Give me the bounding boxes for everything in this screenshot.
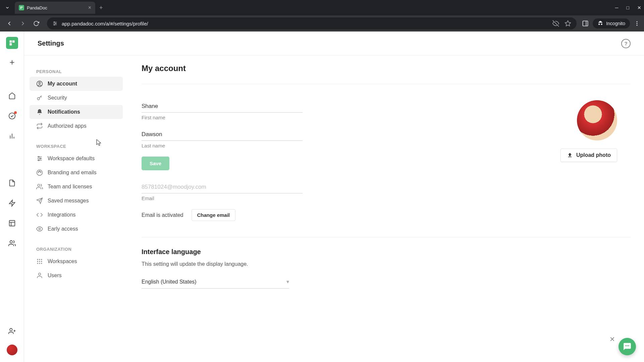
- upload-photo-button[interactable]: Upload photo: [560, 148, 617, 162]
- incognito-badge[interactable]: Incognito: [593, 18, 630, 28]
- bell-icon: [36, 109, 43, 115]
- chevron-down-icon: ▾: [286, 279, 289, 285]
- divider: [142, 237, 631, 237]
- user-circle-icon: [36, 80, 43, 87]
- browser-tab-strip: PandaDoc × + ─ □ ✕: [0, 0, 644, 15]
- url-bar[interactable]: app.pandadoc.com/a/#/settings/profile/: [47, 17, 577, 29]
- svg-point-13: [637, 21, 638, 22]
- sidebar-item-label: Workspaces: [48, 258, 77, 264]
- bookmark-star-icon[interactable]: [565, 20, 571, 27]
- sidebar-item-integrations[interactable]: Integrations: [30, 208, 123, 222]
- sidebar-item-branding[interactable]: Branding and emails: [30, 166, 123, 180]
- rail-reports-icon[interactable]: [5, 129, 19, 143]
- language-select[interactable]: English (United States) ▾: [142, 275, 289, 289]
- sidebar-item-label: Workspace defaults: [48, 156, 95, 162]
- user-icon: [36, 272, 43, 279]
- sidebar-item-label: Branding and emails: [48, 170, 97, 176]
- url-text: app.pandadoc.com/a/#/settings/profile/: [62, 21, 148, 26]
- language-heading: Interface language: [142, 248, 631, 256]
- profile-avatar: [577, 100, 617, 140]
- page-title: Settings: [38, 40, 64, 47]
- svg-point-48: [38, 184, 40, 187]
- palette-icon: [36, 169, 43, 176]
- sidebar-item-label: Integrations: [48, 212, 76, 218]
- tab-title: PandaDoc: [27, 5, 86, 10]
- svg-point-21: [9, 113, 15, 119]
- sidepanel-icon[interactable]: [582, 20, 589, 27]
- kebab-menu-icon[interactable]: [634, 20, 640, 26]
- sidebar-item-users[interactable]: Users: [30, 268, 123, 283]
- sidebar-item-label: Notifications: [48, 109, 80, 115]
- svg-rect-26: [9, 221, 15, 226]
- sidebar-item-workspaces[interactable]: Workspaces: [30, 254, 123, 268]
- grid-icon: [36, 258, 43, 265]
- svg-point-51: [39, 228, 41, 230]
- svg-point-58: [37, 263, 38, 264]
- minimize-button[interactable]: ─: [615, 5, 619, 10]
- sidebar-item-label: My account: [48, 81, 77, 87]
- sidebar-item-team[interactable]: Team and licenses: [30, 180, 123, 194]
- sidebar-item-notifications[interactable]: Notifications: [30, 105, 123, 119]
- svg-rect-0: [20, 7, 21, 8]
- svg-point-8: [54, 24, 55, 25]
- svg-point-14: [637, 23, 638, 24]
- chat-widget-button[interactable]: [619, 338, 636, 355]
- rail-contacts-icon[interactable]: [5, 237, 19, 250]
- rail-catalog-icon[interactable]: [5, 217, 19, 230]
- eye-icon: [36, 226, 43, 232]
- help-button[interactable]: ?: [621, 39, 631, 48]
- back-button[interactable]: [4, 18, 15, 29]
- eye-off-icon[interactable]: [552, 20, 559, 27]
- last-name-input[interactable]: [142, 128, 303, 141]
- first-name-input[interactable]: [142, 100, 303, 113]
- site-settings-icon[interactable]: [52, 21, 58, 26]
- rail-new-button[interactable]: [5, 56, 19, 69]
- sidebar-item-saved-messages[interactable]: Saved messages: [30, 194, 123, 208]
- sidebar-item-authorized-apps[interactable]: Authorized apps: [30, 119, 123, 133]
- language-description: This setting will update the display lan…: [142, 261, 631, 267]
- browser-tab[interactable]: PandaDoc ×: [15, 2, 95, 14]
- rail-activity-icon[interactable]: [5, 109, 19, 123]
- sidebar-item-label: Team and licenses: [48, 184, 92, 190]
- send-icon: [36, 197, 43, 204]
- svg-point-57: [41, 261, 42, 262]
- svg-line-37: [41, 97, 42, 98]
- reload-button[interactable]: [31, 18, 42, 29]
- rail-templates-icon[interactable]: [5, 196, 19, 210]
- svg-marker-25: [9, 200, 15, 206]
- svg-point-52: [37, 259, 38, 260]
- settings-sidebar: PERSONAL My account Security Notificatio…: [24, 56, 128, 362]
- tab-close-icon[interactable]: ×: [88, 5, 91, 11]
- svg-point-55: [37, 261, 38, 262]
- email-status: Email is activated: [142, 212, 183, 218]
- sidebar-item-workspace-defaults[interactable]: Workspace defaults: [30, 152, 123, 166]
- key-icon: [36, 95, 43, 101]
- app-logo[interactable]: [6, 37, 18, 49]
- maximize-button[interactable]: □: [627, 5, 629, 10]
- sidebar-item-early-access[interactable]: Early access: [30, 222, 123, 236]
- sidebar-item-label: Early access: [48, 226, 78, 232]
- change-email-button[interactable]: Change email: [192, 209, 236, 221]
- first-name-label: First name: [142, 115, 303, 120]
- svg-point-60: [41, 263, 42, 264]
- new-tab-button[interactable]: +: [99, 4, 103, 11]
- email-input: [142, 181, 303, 193]
- left-rail: [0, 32, 24, 362]
- rail-home-icon[interactable]: [5, 89, 19, 103]
- sidebar-item-security[interactable]: Security: [30, 91, 123, 105]
- rail-add-user-icon[interactable]: [5, 324, 19, 338]
- rail-user-avatar[interactable]: [7, 345, 17, 355]
- close-window-button[interactable]: ✕: [637, 5, 641, 10]
- svg-point-45: [38, 172, 39, 173]
- svg-point-15: [637, 25, 638, 26]
- sidebar-item-my-account[interactable]: My account: [30, 77, 123, 91]
- sidebar-item-label: Security: [48, 95, 67, 101]
- chat-close-button[interactable]: ✕: [609, 335, 615, 343]
- forward-button[interactable]: [17, 18, 28, 29]
- page-header: Settings ?: [24, 32, 644, 56]
- browser-toolbar: app.pandadoc.com/a/#/settings/profile/ I…: [0, 15, 644, 32]
- save-button[interactable]: Save: [142, 157, 169, 170]
- tab-search-dropdown[interactable]: [3, 3, 12, 12]
- rail-documents-icon[interactable]: [5, 176, 19, 190]
- svg-rect-17: [12, 41, 14, 43]
